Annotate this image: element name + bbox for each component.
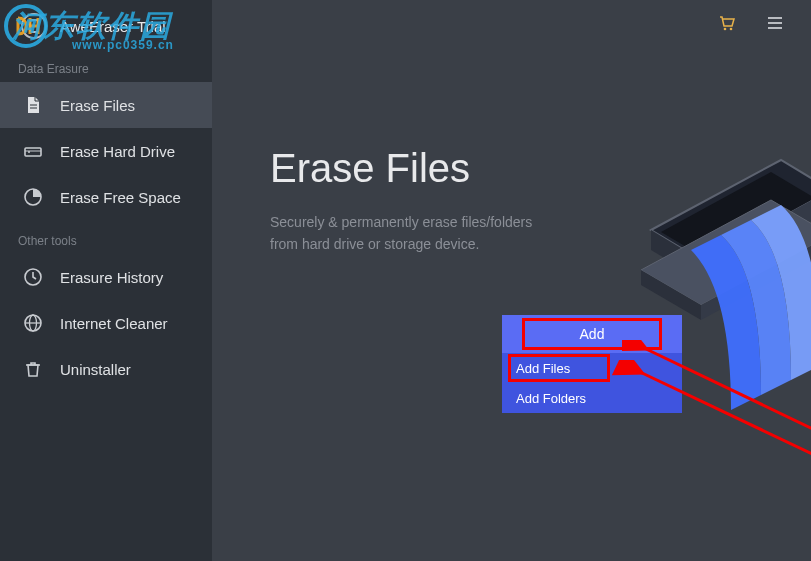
sidebar: AweEraser Trial Data Erasure Erase Files… [0,0,212,561]
clock-icon [22,266,44,288]
page-subtitle-line1: Securely & permanently erase files/folde… [270,211,811,233]
sidebar-item-erase-files[interactable]: Erase Files [0,82,212,128]
drive-icon [22,140,44,162]
sidebar-item-erase-free-space[interactable]: Erase Free Space [0,174,212,220]
content: Erase Files Securely & permanently erase… [212,46,811,256]
globe-icon [22,312,44,334]
add-menu: Add Add Files Add Folders [502,315,682,413]
app-logo-icon [18,10,50,42]
app-title: AweEraser Trial [60,18,166,35]
svg-marker-22 [641,270,701,320]
section-data-erasure: Data Erasure [0,48,212,82]
main-panel: Erase Files Securely & permanently erase… [212,0,811,561]
add-files-item[interactable]: Add Files [502,353,682,383]
add-folders-item[interactable]: Add Folders [502,383,682,413]
sidebar-item-erase-hard-drive[interactable]: Erase Hard Drive [0,128,212,174]
sidebar-item-erasure-history[interactable]: Erasure History [0,254,212,300]
brand: AweEraser Trial [0,0,212,48]
add-button[interactable]: Add [502,315,682,353]
sidebar-item-label: Erasure History [60,269,163,286]
svg-rect-4 [25,148,41,156]
annotation-highlight-icon [522,318,662,350]
sidebar-item-label: Erase Hard Drive [60,143,175,160]
cart-button[interactable] [717,13,737,33]
page-subtitle-line2: from hard drive or storage device. [270,233,811,255]
svg-point-0 [22,14,46,38]
sidebar-item-label: Uninstaller [60,361,131,378]
dropdown-item-label: Add Folders [516,391,586,406]
sidebar-item-label: Internet Cleaner [60,315,168,332]
annotation-highlight-icon [508,354,610,382]
menu-button[interactable] [765,13,785,33]
svg-rect-1 [30,20,38,32]
section-other-tools: Other tools [0,220,212,254]
sidebar-item-uninstaller[interactable]: Uninstaller [0,346,212,392]
sidebar-item-label: Erase Files [60,97,135,114]
svg-point-12 [724,28,727,31]
add-dropdown: Add Files Add Folders [502,353,682,413]
file-icon [22,94,44,116]
topbar [212,0,811,46]
page-title: Erase Files [270,146,811,191]
svg-point-13 [730,28,733,31]
pie-icon [22,186,44,208]
trash-icon [22,358,44,380]
sidebar-item-internet-cleaner[interactable]: Internet Cleaner [0,300,212,346]
sidebar-item-label: Erase Free Space [60,189,181,206]
